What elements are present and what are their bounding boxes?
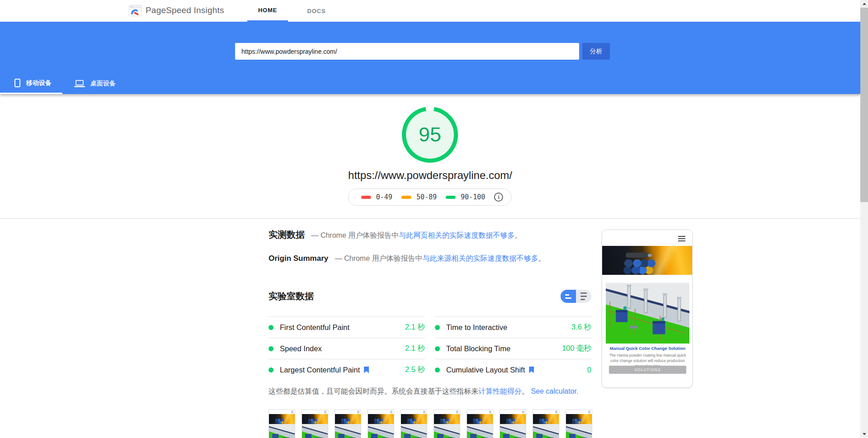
pagespeed-insights-page: PageSpeed Insights HOME DOCS 分析 移动设备 桌面设…	[0, 0, 868, 438]
legend-item-poor: 0-49	[361, 193, 392, 201]
toggle-expanded-view-button[interactable]	[576, 290, 591, 303]
note-text: 这些都是估算值，且可能会因时而异。系统会直接基于这些指标来	[269, 387, 478, 395]
field-data-suffix: 。	[514, 231, 522, 239]
filmstrip-thumbnail[interactable]	[566, 410, 592, 438]
field-data-heading: 实测数据	[269, 230, 305, 240]
metric-row-fcp: First Contentful Paint 2.1 秒	[269, 316, 425, 338]
metric-row-lcp: Largest Contentful Paint 2.5 秒	[269, 359, 425, 380]
scroll-down-arrow-icon[interactable]	[860, 430, 868, 438]
filmstrip-thumbnail[interactable]	[269, 410, 295, 438]
device-tabs: 移动设备 桌面设备	[0, 73, 127, 94]
metric-row-tbt: Total Blocking Time 100 毫秒	[435, 338, 591, 359]
hamburger-icon	[324, 411, 326, 413]
metric-name: Cumulative Layout Shift	[446, 366, 525, 374]
preview-solutions-button[interactable]: SOLUTIONS	[609, 366, 686, 374]
preview-hero-image	[602, 246, 693, 275]
hamburger-icon	[588, 411, 590, 413]
top-header: PageSpeed Insights HOME DOCS	[0, 0, 860, 22]
preview-title: Manual Quick Color Change Solution	[605, 346, 690, 351]
legend-dash-2	[446, 196, 456, 199]
scrollbar-thumb[interactable]	[860, 8, 868, 202]
performance-score-value: 95	[419, 123, 441, 146]
lab-data-heading: 实验室数据	[269, 290, 314, 302]
hamburger-icon	[522, 411, 524, 413]
app-title: PageSpeed Insights	[146, 5, 224, 15]
tab-mobile-device[interactable]: 移动设备	[0, 73, 62, 94]
metric-status-dot	[435, 346, 440, 351]
loading-filmstrip	[269, 410, 592, 438]
scroll-up-arrow-icon[interactable]	[860, 0, 868, 8]
analyze-button[interactable]: 分析	[582, 43, 610, 60]
origin-summary-link[interactable]: 与此来源相关的实际速度数据不够多	[423, 254, 538, 262]
expanded-view-icon	[580, 292, 587, 300]
filmstrip-thumbnail[interactable]	[500, 410, 526, 438]
performance-score-link[interactable]: 计算性能得分	[478, 387, 522, 395]
metric-value: 2.1 秒	[405, 322, 425, 332]
filmstrip-thumbnail[interactable]	[368, 410, 394, 438]
toggle-condensed-view-button[interactable]	[561, 290, 576, 303]
filmstrip-thumbnail[interactable]	[335, 410, 361, 438]
tab-docs[interactable]: DOCS	[296, 0, 337, 22]
note-suffix: 。	[522, 387, 529, 395]
metric-name: Largest Contentful Paint	[280, 366, 360, 374]
dash-separator: —	[311, 231, 318, 239]
filmstrip-thumbnail[interactable]	[467, 410, 493, 438]
filmstrip-thumbnail[interactable]	[434, 410, 460, 438]
lab-metrics-grid: First Contentful Paint 2.1 秒 Time to Int…	[269, 316, 591, 380]
legend-dash-1	[401, 196, 411, 199]
final-screenshot-preview[interactable]: Manual Quick Color Change Solution The H…	[602, 230, 693, 388]
filmstrip-thumbnail[interactable]	[533, 410, 559, 438]
metric-row-speed-index: Speed Index 2.1 秒	[269, 338, 425, 359]
metric-row-cls: Cumulative Layout Shift 0	[435, 359, 591, 380]
tab-desktop-device[interactable]: 桌面设备	[63, 73, 127, 94]
metric-value: 100 毫秒	[562, 344, 591, 353]
section-divider	[0, 218, 860, 219]
field-data-line: 实测数据 — Chrome 用户体验报告中与此网页相关的实际速度数据不够多。	[269, 229, 522, 241]
metric-value: 2.1 秒	[405, 344, 425, 353]
hamburger-icon	[678, 236, 685, 241]
phone-icon	[14, 79, 20, 87]
estimate-note: 这些都是估算值，且可能会因时而异。系统会直接基于这些指标来计算性能得分。 See…	[269, 387, 612, 396]
hamburger-icon	[390, 411, 392, 413]
pagespeed-logo-icon	[129, 5, 142, 16]
desktop-tab-label: 桌面设备	[90, 80, 116, 88]
result-url: https://www.powdersprayline.com/	[0, 169, 860, 182]
metric-status-dot	[269, 367, 274, 372]
preview-machine-image	[606, 283, 689, 344]
metric-value: 3.6 秒	[571, 322, 591, 332]
hamburger-icon	[423, 411, 425, 413]
condensed-view-icon	[565, 294, 571, 299]
field-data-link[interactable]: 与此网页相关的实际速度数据不够多	[399, 231, 514, 239]
metric-status-dot	[435, 325, 440, 330]
origin-summary-prefix: Chrome 用户体验报告中	[344, 254, 422, 262]
filmstrip-thumbnail[interactable]	[302, 410, 328, 438]
metric-name: Speed Index	[280, 344, 322, 353]
hamburger-icon	[291, 411, 293, 413]
bookmark-flag-icon	[529, 367, 534, 373]
hamburger-icon	[489, 411, 491, 413]
field-data-prefix: Chrome 用户体验报告中	[321, 231, 399, 239]
metric-row-tti: Time to Interactive 3.6 秒	[435, 316, 591, 338]
metric-status-dot	[269, 346, 274, 351]
mobile-tab-label: 移动设备	[26, 79, 52, 87]
metric-name: Time to Interactive	[446, 323, 507, 332]
hamburger-icon	[357, 411, 359, 413]
legend-range-label: 0-49	[376, 193, 392, 201]
search-banner: 分析 移动设备 桌面设备	[0, 22, 860, 94]
metric-name: First Contentful Paint	[280, 323, 349, 332]
metrics-view-toggle	[561, 290, 591, 303]
vertical-scrollbar[interactable]	[860, 0, 868, 438]
url-input[interactable]	[235, 43, 579, 60]
filmstrip-thumbnail[interactable]	[401, 410, 427, 438]
see-calculator-link[interactable]: See calculator.	[531, 387, 578, 395]
metric-status-dot	[435, 367, 440, 372]
hamburger-icon	[456, 411, 458, 413]
metric-value: 2.5 秒	[405, 365, 425, 375]
tab-home[interactable]: HOME	[247, 0, 288, 22]
info-icon[interactable]: i	[494, 193, 503, 202]
performance-score-gauge: 95	[398, 103, 462, 167]
metric-status-dot	[269, 325, 274, 330]
origin-summary-suffix: 。	[538, 254, 546, 262]
score-legend: 0-49 50-89 90-100 i	[348, 188, 512, 206]
metric-value: 0	[587, 366, 591, 374]
